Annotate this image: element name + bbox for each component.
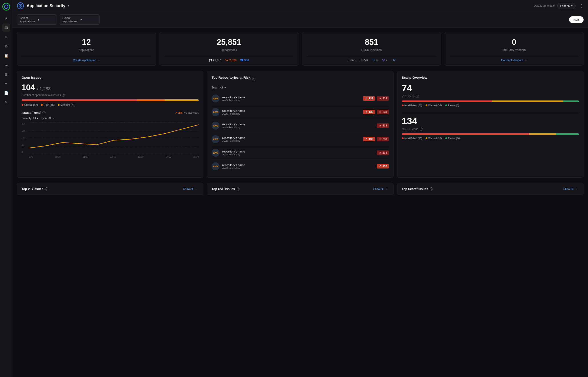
open-issues-sublabel: Number of open from total issues ?: [22, 94, 199, 97]
trend-vs-label: vs last week: [184, 111, 199, 114]
repo-item: aws repository's name AWS Repository C13…: [212, 105, 389, 119]
severity-progress-bar: [22, 99, 199, 101]
cicd-label: CI/CD Pipelines: [307, 48, 437, 52]
sidebar-item-cloud[interactable]: ☁: [2, 61, 10, 69]
svg-point-4: [20, 5, 21, 6]
cve-help-icon[interactable]: ?: [237, 187, 240, 190]
vendors-count: 0: [449, 37, 579, 47]
repo-badges: H233: [377, 151, 389, 155]
iac-issues-panel: Top IaC Issues ? Show All ⋮: [17, 183, 203, 195]
repo-type: AWS Repository: [222, 153, 374, 156]
high-badge: H233: [377, 110, 389, 114]
repo-aws-logo: aws: [212, 122, 219, 130]
repos-type-select[interactable]: Type All ▾: [212, 86, 389, 89]
sidebar-item-grid[interactable]: ⊞: [2, 70, 10, 78]
filter-bar: Select applications ▾ Select repositorie…: [12, 12, 588, 28]
iac-show-all-link[interactable]: Show All: [183, 187, 193, 190]
repo-type: AWS Repository: [222, 167, 374, 169]
pr-hard-failed-bar: [402, 100, 492, 102]
pr-passed-bar: [563, 100, 579, 102]
repos-title: Top Repositories at Risk: [212, 76, 251, 79]
sidebar-item-reports[interactable]: 📋: [2, 52, 10, 59]
sidebar-item-dashboard[interactable]: ▤: [2, 24, 10, 32]
main-content: Application Security ▾ Data is up to dat…: [12, 0, 588, 377]
repo-item: aws repository's name AWS Repository C13…: [212, 92, 389, 105]
repo-name: repository's name: [222, 109, 360, 112]
cicd-card: 851 CI/CD Pipelines 521 270 13: [302, 32, 441, 66]
repositories-count: 25,851: [164, 37, 294, 47]
applications-select[interactable]: Select applications ▾: [17, 14, 57, 25]
open-issues-help-icon[interactable]: ?: [62, 94, 65, 97]
high-dot: [41, 104, 43, 106]
cicd-hard-failed-bar: [402, 133, 529, 135]
svg-point-1: [4, 5, 8, 9]
secret-more-icon[interactable]: ⋮: [575, 187, 579, 191]
cve-show-all-link[interactable]: Show All: [373, 187, 383, 190]
repo-item: aws repository's name AWS Repository C13…: [212, 132, 389, 146]
y-axis: 20K 15K 10K 5k 0: [22, 122, 28, 153]
iac-help-icon[interactable]: ?: [45, 187, 48, 190]
time-range-button[interactable]: Last 7D ▾: [557, 3, 576, 9]
cicd-scans-help-icon[interactable]: ?: [420, 128, 423, 131]
legend-critical: Critical (67): [22, 103, 38, 106]
repo-name: repository's name: [222, 163, 374, 167]
repo-type: AWS Repository: [222, 126, 374, 129]
applications-card: 12 Applications Create Application →: [17, 32, 156, 66]
critical-dot: [22, 104, 23, 106]
repo-badges: H233: [377, 123, 389, 128]
repo-info: repository's name AWS Repository: [222, 163, 374, 169]
pr-scans-help-icon[interactable]: ?: [416, 95, 419, 98]
sidebar-item-docs[interactable]: 📄: [2, 89, 10, 97]
run-button[interactable]: Run: [569, 16, 584, 23]
repo-icons: 22,851 2,620 380: [164, 59, 294, 62]
type-filter[interactable]: Type All ▾: [41, 117, 54, 120]
sidebar-item-edit[interactable]: ✎: [2, 98, 10, 106]
secret-help-icon[interactable]: ?: [430, 187, 433, 190]
github-count: 22,851: [209, 59, 222, 62]
create-application-link[interactable]: Create Application →: [22, 59, 151, 62]
secret-header: Top Secret Issues ? Show All ⋮: [402, 187, 579, 191]
severity-filter[interactable]: Severity All ▾: [22, 117, 38, 120]
sidebar-logo: [2, 3, 10, 11]
repo-name: repository's name: [222, 123, 374, 126]
repos-list: aws repository's name AWS Repository C13…: [212, 92, 389, 173]
connect-vendors-link[interactable]: Connect Vendors →: [449, 59, 579, 62]
medium-dot: [58, 104, 59, 106]
iac-title: Top IaC Issues: [22, 187, 43, 191]
cve-issues-panel: Top CVE Issues ? Show All ⋮: [207, 183, 393, 195]
repo-info: repository's name AWS Repository: [222, 109, 360, 115]
sidebar-item-settings[interactable]: ⚙: [2, 42, 10, 50]
repositories-select[interactable]: Select repositories ▾: [59, 14, 100, 25]
repo-name: repository's name: [222, 136, 360, 140]
issues-trend-header: Issues Trend ? ↗ 3% vs last week: [22, 111, 199, 115]
sidebar-item-shield[interactable]: ⊛: [2, 33, 10, 41]
trend-title: Issues Trend: [22, 111, 41, 115]
trend-filters: Severity All ▾ Type All ▾: [22, 117, 199, 120]
sidebar-item-home[interactable]: ★: [2, 14, 10, 22]
bitbucket-count: 380: [240, 59, 249, 62]
repo-info: repository's name AWS Repository: [222, 150, 374, 156]
repo-item: aws repository's name AWS Repository C13…: [212, 160, 389, 173]
svg-point-0: [3, 3, 10, 10]
x-axis: 10/9 10/10 11/10 12/10 13/10 14/10 15/10: [29, 156, 199, 158]
repo-info: repository's name AWS Repository: [222, 123, 374, 129]
cicd-icon-4: 7: [382, 59, 388, 62]
repo-info: repository's name AWS Repository: [222, 95, 360, 102]
repos-help-icon[interactable]: ?: [252, 78, 255, 81]
header-chevron-icon[interactable]: ▾: [68, 4, 69, 7]
trend-help-icon[interactable]: ?: [42, 111, 46, 114]
repositories-label: Repositories: [164, 48, 294, 52]
iac-more-icon[interactable]: ⋮: [195, 187, 199, 191]
legend-high: High (16): [41, 103, 54, 106]
header-more-icon[interactable]: ⋮: [579, 3, 584, 8]
high-badge: H233: [377, 123, 389, 128]
high-badge: H233: [377, 151, 389, 155]
sidebar: ★ ▤ ⊛ ⚙ 📋 ☁ ⊞ ≡ 📄 ✎: [0, 0, 12, 377]
sidebar-item-layers[interactable]: ≡: [2, 80, 10, 88]
cve-more-icon[interactable]: ⋮: [385, 187, 389, 191]
pr-scans-label: PR Scans ?: [402, 94, 579, 98]
trend-percent: ↗ 3%: [175, 111, 183, 115]
applications-label: Applications: [22, 48, 151, 52]
repo-type: AWS Repository: [222, 140, 360, 142]
secret-show-all-link[interactable]: Show All: [563, 187, 574, 190]
